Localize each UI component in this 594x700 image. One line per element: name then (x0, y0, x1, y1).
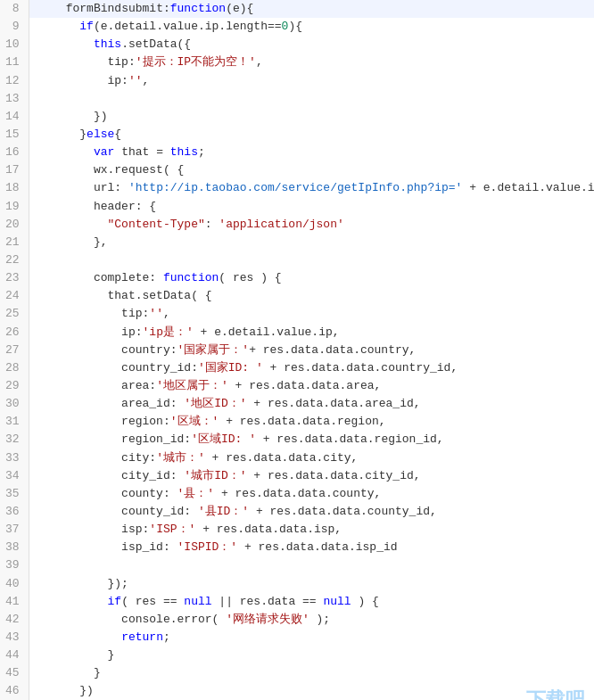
table-row: 9 if(e.detail.value.ip.length==0){ (0, 18, 594, 36)
line-number: 34 (0, 467, 29, 485)
table-row: 44 } (0, 646, 594, 664)
table-row: 16 var that = this; (0, 144, 594, 161)
line-number: 31 (0, 413, 29, 431)
line-content (29, 90, 594, 108)
line-number: 15 (0, 126, 29, 144)
line-number: 40 (0, 575, 29, 593)
line-number: 17 (0, 161, 29, 179)
table-row: 13 (0, 90, 594, 108)
table-row: 28 country_id:'国家ID: ' + res.data.data.c… (0, 359, 594, 377)
table-row: 40 }); (0, 575, 594, 593)
line-number: 33 (0, 449, 29, 467)
code-table: 8 formBindsubmit:function(e){9 if(e.deta… (0, 0, 594, 700)
line-number: 21 (0, 234, 29, 251)
line-content: }) (29, 108, 594, 126)
line-number: 11 (0, 54, 29, 71)
line-number: 41 (0, 593, 29, 611)
line-content: return; (29, 629, 594, 646)
line-content (29, 251, 594, 269)
table-row: 30 area_id: '地区ID：' + res.data.data.area… (0, 395, 594, 413)
line-number: 22 (0, 251, 29, 269)
table-row: 26 ip:'ip是：' + e.detail.value.ip, (0, 324, 594, 342)
line-content: "Content-Type": 'application/json' (29, 216, 594, 234)
table-row: 10 this.setData({ (0, 36, 594, 54)
table-row: 33 city:'城市：' + res.data.data.city, (0, 449, 594, 467)
line-number: 43 (0, 629, 29, 646)
line-number: 35 (0, 485, 29, 503)
line-content: url: 'http://ip.taobao.com/service/getIp… (29, 179, 594, 197)
line-number: 12 (0, 72, 29, 90)
line-content: var that = this; (29, 144, 594, 161)
line-number: 39 (0, 556, 29, 574)
line-number: 38 (0, 539, 29, 556)
line-number: 16 (0, 144, 29, 161)
table-row: 27 country:'国家属于：'+ res.data.data.countr… (0, 342, 594, 359)
line-number: 13 (0, 90, 29, 108)
line-content: county_id: '县ID：' + res.data.data.county… (29, 503, 594, 521)
table-row: 8 formBindsubmit:function(e){ (0, 0, 594, 18)
line-content: country:'国家属于：'+ res.data.data.country, (29, 342, 594, 359)
line-content: }) (29, 682, 594, 700)
line-number: 14 (0, 108, 29, 126)
table-row: 36 county_id: '县ID：' + res.data.data.cou… (0, 503, 594, 521)
line-content: county: '县：' + res.data.data.county, (29, 485, 594, 503)
table-row: 35 county: '县：' + res.data.data.county, (0, 485, 594, 503)
line-number: 44 (0, 646, 29, 664)
line-content: console.error( '网络请求失败' ); (29, 611, 594, 629)
line-content: that.setData( { (29, 287, 594, 305)
line-number: 10 (0, 36, 29, 54)
line-content: tip:'', (29, 305, 594, 323)
table-row: 11 tip:'提示：IP不能为空！', (0, 54, 594, 71)
line-content: complete: function( res ) { (29, 269, 594, 287)
table-row: 43 return; (0, 629, 594, 646)
line-number: 42 (0, 611, 29, 629)
table-row: 24 that.setData( { (0, 287, 594, 305)
line-content: if(e.detail.value.ip.length==0){ (29, 18, 594, 36)
table-row: 42 console.error( '网络请求失败' ); (0, 611, 594, 629)
line-number: 8 (0, 0, 29, 18)
line-content: isp_id: 'ISPID：' + res.data.data.isp_id (29, 539, 594, 556)
line-content: tip:'提示：IP不能为空！', (29, 54, 594, 71)
line-number: 19 (0, 198, 29, 216)
line-content: header: { (29, 198, 594, 216)
table-row: 12 ip:'', (0, 72, 594, 90)
line-number: 27 (0, 342, 29, 359)
table-row: 23 complete: function( res ) { (0, 269, 594, 287)
line-content: }); (29, 575, 594, 593)
table-row: 38 isp_id: 'ISPID：' + res.data.data.isp_… (0, 539, 594, 556)
line-content: ip:'', (29, 72, 594, 90)
table-row: 41 if( res == null || res.data == null )… (0, 593, 594, 611)
line-content: wx.request( { (29, 161, 594, 179)
table-row: 18 url: 'http://ip.taobao.com/service/ge… (0, 179, 594, 197)
table-row: 19 header: { (0, 198, 594, 216)
line-number: 36 (0, 503, 29, 521)
table-row: 20 "Content-Type": 'application/json' (0, 216, 594, 234)
table-row: 14 }) (0, 108, 594, 126)
line-number: 32 (0, 431, 29, 449)
table-row: 45 } (0, 664, 594, 682)
line-number: 18 (0, 179, 29, 197)
table-row: 39 (0, 556, 594, 574)
line-number: 9 (0, 18, 29, 36)
line-content: } (29, 646, 594, 664)
line-number: 29 (0, 377, 29, 395)
line-content: isp:'ISP：' + res.data.data.isp, (29, 521, 594, 539)
line-content: ip:'ip是：' + e.detail.value.ip, (29, 324, 594, 342)
line-content: city:'城市：' + res.data.data.city, (29, 449, 594, 467)
table-row: 25 tip:'', (0, 305, 594, 323)
line-content: region_id:'区域ID: ' + res.data.data.regio… (29, 431, 594, 449)
line-content: region:'区域：' + res.data.data.region, (29, 413, 594, 431)
line-number: 37 (0, 521, 29, 539)
line-content: area_id: '地区ID：' + res.data.data.area_id… (29, 395, 594, 413)
line-number: 30 (0, 395, 29, 413)
line-number: 28 (0, 359, 29, 377)
table-row: 22 (0, 251, 594, 269)
table-row: 15 }else{ (0, 126, 594, 144)
line-number: 26 (0, 324, 29, 342)
table-row: 21 }, (0, 234, 594, 251)
table-row: 34 city_id: '城市ID：' + res.data.data.city… (0, 467, 594, 485)
table-row: 29 area:'地区属于：' + res.data.data.area, (0, 377, 594, 395)
line-content: }, (29, 234, 594, 251)
table-row: 32 region_id:'区域ID: ' + res.data.data.re… (0, 431, 594, 449)
line-number: 24 (0, 287, 29, 305)
